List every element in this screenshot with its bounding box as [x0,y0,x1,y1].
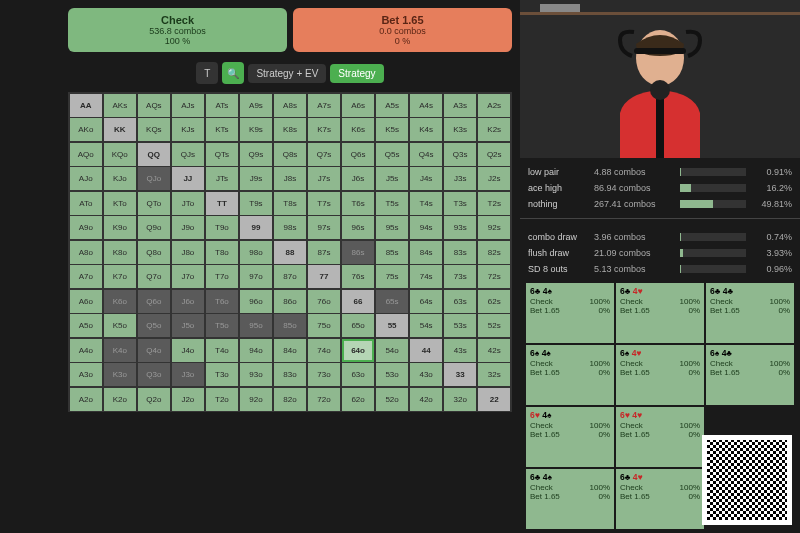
text-toggle-button[interactable]: T [196,62,218,84]
range-cell-87o[interactable]: 87o [274,265,307,288]
range-cell-Q8s[interactable]: Q8s [274,143,307,166]
range-cell-T6s[interactable]: T6s [342,192,375,215]
range-cell-Q6s[interactable]: Q6s [342,143,375,166]
range-cell-A5s[interactable]: A5s [376,94,409,117]
range-cell-K3s[interactable]: K3s [444,118,477,141]
range-cell-Q6o[interactable]: Q6o [138,290,171,313]
range-cell-76o[interactable]: 76o [308,290,341,313]
range-cell-AA[interactable]: AA [70,94,103,117]
range-cell-J3s[interactable]: J3s [444,167,477,190]
range-cell-Q3o[interactable]: Q3o [138,363,171,386]
range-cell-K7o[interactable]: K7o [104,265,137,288]
range-cell-82s[interactable]: 82s [478,241,511,264]
range-cell-J5o[interactable]: J5o [172,314,205,337]
range-cell-Q7o[interactable]: Q7o [138,265,171,288]
range-cell-83o[interactable]: 83o [274,363,307,386]
range-cell-K4s[interactable]: K4s [410,118,443,141]
range-cell-T7o[interactable]: T7o [206,265,239,288]
hand-combo[interactable]: 6♣ 4♣Check100%Bet 1.650% [706,283,794,343]
range-cell-J4s[interactable]: J4s [410,167,443,190]
range-cell-TT[interactable]: TT [206,192,239,215]
range-cell-T8s[interactable]: T8s [274,192,307,215]
range-cell-72o[interactable]: 72o [308,388,341,411]
range-cell-J6s[interactable]: J6s [342,167,375,190]
range-cell-T5s[interactable]: T5s [376,192,409,215]
range-cell-95o[interactable]: 95o [240,314,273,337]
range-cell-K8s[interactable]: K8s [274,118,307,141]
range-cell-KTo[interactable]: KTo [104,192,137,215]
range-cell-AJs[interactable]: AJs [172,94,205,117]
range-cell-Q9o[interactable]: Q9o [138,216,171,239]
range-cell-K5s[interactable]: K5s [376,118,409,141]
range-cell-64s[interactable]: 64s [410,290,443,313]
hand-combo[interactable]: 6♠ 4♣Check100%Bet 1.650% [706,345,794,405]
range-cell-Q4s[interactable]: Q4s [410,143,443,166]
range-cell-ATs[interactable]: ATs [206,94,239,117]
range-cell-Q7s[interactable]: Q7s [308,143,341,166]
range-cell-A6o[interactable]: A6o [70,290,103,313]
range-cell-95s[interactable]: 95s [376,216,409,239]
range-cell-94s[interactable]: 94s [410,216,443,239]
range-cell-K6o[interactable]: K6o [104,290,137,313]
range-cell-T6o[interactable]: T6o [206,290,239,313]
range-cell-22[interactable]: 22 [478,388,511,411]
range-cell-32s[interactable]: 32s [478,363,511,386]
range-cell-97o[interactable]: 97o [240,265,273,288]
range-cell-J7o[interactable]: J7o [172,265,205,288]
range-cell-K6s[interactable]: K6s [342,118,375,141]
range-cell-98s[interactable]: 98s [274,216,307,239]
range-cell-A7o[interactable]: A7o [70,265,103,288]
range-cell-Q5o[interactable]: Q5o [138,314,171,337]
range-cell-J7s[interactable]: J7s [308,167,341,190]
range-cell-AKs[interactable]: AKs [104,94,137,117]
range-cell-Q2s[interactable]: Q2s [478,143,511,166]
range-cell-52o[interactable]: 52o [376,388,409,411]
range-cell-43o[interactable]: 43o [410,363,443,386]
hand-combo[interactable]: 6♣ 4♠Check100%Bet 1.650% [526,283,614,343]
range-cell-A6s[interactable]: A6s [342,94,375,117]
range-cell-32o[interactable]: 32o [444,388,477,411]
range-cell-88[interactable]: 88 [274,241,307,264]
range-cell-65s[interactable]: 65s [376,290,409,313]
range-cell-72s[interactable]: 72s [478,265,511,288]
search-icon[interactable]: 🔍 [222,62,244,84]
range-cell-44[interactable]: 44 [410,339,443,362]
range-cell-A4s[interactable]: A4s [410,94,443,117]
range-cell-63o[interactable]: 63o [342,363,375,386]
range-cell-42o[interactable]: 42o [410,388,443,411]
range-cell-JTs[interactable]: JTs [206,167,239,190]
range-cell-74s[interactable]: 74s [410,265,443,288]
range-cell-T7s[interactable]: T7s [308,192,341,215]
range-cell-33[interactable]: 33 [444,363,477,386]
range-cell-J8s[interactable]: J8s [274,167,307,190]
range-cell-Q8o[interactable]: Q8o [138,241,171,264]
range-cell-KK[interactable]: KK [104,118,137,141]
range-cell-J3o[interactable]: J3o [172,363,205,386]
range-cell-52s[interactable]: 52s [478,314,511,337]
range-cell-A3o[interactable]: A3o [70,363,103,386]
range-cell-A9o[interactable]: A9o [70,216,103,239]
hand-combo[interactable]: 6♥ 4♥Check100%Bet 1.650% [616,407,704,467]
range-cell-JTo[interactable]: JTo [172,192,205,215]
range-cell-85o[interactable]: 85o [274,314,307,337]
range-cell-K5o[interactable]: K5o [104,314,137,337]
range-cell-98o[interactable]: 98o [240,241,273,264]
range-cell-A2s[interactable]: A2s [478,94,511,117]
range-cell-Q3s[interactable]: Q3s [444,143,477,166]
range-cell-73s[interactable]: 73s [444,265,477,288]
range-cell-QJo[interactable]: QJo [138,167,171,190]
range-cell-K7s[interactable]: K7s [308,118,341,141]
range-cell-92o[interactable]: 92o [240,388,273,411]
range-cell-K9o[interactable]: K9o [104,216,137,239]
range-cell-A5o[interactable]: A5o [70,314,103,337]
range-cell-QQ[interactable]: QQ [138,143,171,166]
range-cell-AQo[interactable]: AQo [70,143,103,166]
range-cell-84s[interactable]: 84s [410,241,443,264]
range-cell-83s[interactable]: 83s [444,241,477,264]
range-cell-77[interactable]: 77 [308,265,341,288]
range-cell-T2o[interactable]: T2o [206,388,239,411]
range-cell-KQs[interactable]: KQs [138,118,171,141]
range-cell-J9s[interactable]: J9s [240,167,273,190]
range-cell-J6o[interactable]: J6o [172,290,205,313]
range-cell-66[interactable]: 66 [342,290,375,313]
